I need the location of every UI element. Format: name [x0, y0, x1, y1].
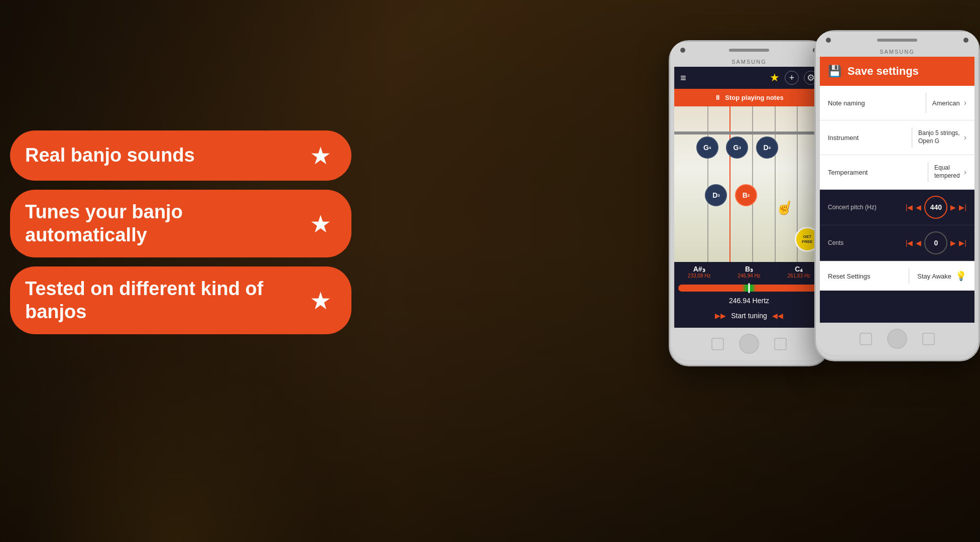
feature-badge-2: Tunes your banjo automatically ★	[10, 190, 351, 257]
freq-item-2: B₃ 246,94 Hz	[738, 265, 761, 279]
cents-forward[interactable]: ▶	[950, 239, 956, 247]
feature-star-2: ★	[310, 210, 331, 238]
meter-needle	[749, 283, 750, 293]
pitch-controls: |◀ ◀ 440 ▶ ▶|	[906, 196, 966, 219]
setting-row-note-naming[interactable]: Note naming American ›	[820, 86, 974, 120]
app1-header: ≡ ★ + ⚙	[674, 67, 824, 89]
phone2-menu-btn[interactable]	[922, 333, 935, 345]
back-btn[interactable]: ◀◀	[772, 312, 783, 320]
hertz-display: 246.94 Hertz	[674, 295, 824, 307]
finger-cursor: ☝	[774, 197, 795, 218]
phone-settings: SAMSUNG 💾 Save settings Note naming Amer…	[814, 30, 980, 361]
tuning-meter	[674, 282, 824, 295]
chevron-3: ›	[964, 168, 966, 177]
phone1-menu-btn[interactable]	[774, 338, 787, 350]
save-icon: 💾	[828, 65, 841, 78]
note-b3-active: B3	[735, 184, 757, 206]
stop-bar[interactable]: ⏸ Stop playing notes	[674, 89, 824, 106]
pitch-skip-forward[interactable]: ▶|	[959, 203, 966, 211]
note-g3: G3	[726, 137, 748, 159]
feature-star-1: ★	[310, 142, 331, 170]
freq-hz-2: 246,94 Hz	[738, 273, 761, 279]
note-d3: D3	[705, 184, 727, 206]
bottom-divider	[909, 268, 909, 284]
phone1-back-btn[interactable]	[711, 338, 724, 350]
phone2-back-btn[interactable]	[860, 333, 872, 345]
freq-note-3: C₄	[788, 265, 811, 273]
cents-controls: |◀ ◀ 0 ▶ ▶|	[906, 231, 966, 254]
note-naming-value: American	[932, 99, 960, 107]
phone1-camera-dot	[680, 48, 685, 53]
phone2-brand: SAMSUNG	[816, 47, 978, 57]
meter-bar	[678, 285, 820, 292]
pause-icon: ⏸	[714, 94, 721, 101]
setting-row-instrument[interactable]: Instrument Banjo 5 strings,Open G ›	[820, 120, 974, 155]
cents-value: 0	[934, 239, 938, 247]
cents-circle: 0	[924, 231, 947, 254]
temperament-value: Equaltempered	[934, 164, 960, 180]
feature-badge-3: Tested on different kind of banjos ★	[10, 266, 351, 334]
freq-bar: A#₃ 233,08 Hz B₃ 246,94 Hz C₄ 261,63 Hz	[674, 262, 824, 282]
phone1-home-btn[interactable]	[739, 334, 759, 354]
cents-skip-forward[interactable]: ▶|	[959, 239, 966, 247]
divider-2	[912, 127, 912, 148]
instrument-value: Banjo 5 strings,Open G	[918, 129, 960, 145]
concert-pitch-label: Concert pitch (Hz)	[828, 204, 906, 211]
chevron-1: ›	[964, 98, 966, 107]
settings-header: 💾 Save settings	[820, 57, 974, 86]
settings-dark: Concert pitch (Hz) |◀ ◀ 440 ▶ ▶| Cents	[820, 190, 974, 261]
note-g4: G4	[696, 137, 718, 159]
get-free-label: GETFREE	[802, 234, 812, 244]
cents-label: Cents	[828, 239, 906, 246]
phone2-home-btn[interactable]	[887, 329, 907, 349]
chevron-2: ›	[964, 133, 966, 142]
start-tuning-bar[interactable]: ▶▶ Start tuning ◀◀	[674, 307, 824, 325]
cents-back[interactable]: ◀	[916, 239, 921, 247]
phone2-camera-dot2	[963, 38, 968, 43]
phone-tuner: SAMSUNG ≡ ★ + ⚙ ⏸ Stop playing notes	[669, 40, 829, 366]
phone1-brand: SAMSUNG	[670, 57, 828, 67]
freq-item-3: C₄ 261,63 Hz	[788, 265, 811, 279]
phone1-speaker	[729, 49, 769, 52]
bulb-icon[interactable]: 💡	[955, 270, 966, 282]
setting-row-temperament[interactable]: Temperament Equaltempered ›	[820, 155, 974, 190]
temperament-label: Temperament	[828, 169, 922, 176]
phone1-screen: ≡ ★ + ⚙ ⏸ Stop playing notes	[674, 67, 824, 328]
instrument-label: Instrument	[828, 134, 906, 142]
settings-body: Note naming American › Instrument Banjo …	[820, 86, 974, 190]
freq-note-1: A#₃	[688, 265, 711, 273]
pitch-skip-back[interactable]: |◀	[906, 203, 913, 211]
add-icon[interactable]: +	[785, 71, 799, 85]
pitch-forward[interactable]: ▶	[950, 203, 956, 211]
setting-row-bottom: Reset Settings Stay Awake 💡	[820, 261, 974, 291]
cents-skip-back[interactable]: |◀	[906, 239, 913, 247]
divider-3	[928, 162, 928, 182]
feature-text-3: Tested on different kind of banjos	[25, 278, 300, 323]
features-list: Real banjo sounds ★ Tunes your banjo aut…	[10, 130, 351, 334]
phone1-top-bar	[670, 42, 828, 57]
stay-awake-label: Stay Awake	[917, 273, 951, 280]
feature-text-1: Real banjo sounds	[25, 144, 300, 167]
feature-badge-1: Real banjo sounds ★	[10, 130, 351, 181]
phone2-screen: 💾 Save settings Note naming American › I…	[820, 57, 974, 323]
divider-1	[926, 93, 926, 113]
menu-icon[interactable]: ≡	[680, 72, 686, 84]
tuner-display: G4 G3 D4 D3 B3	[674, 106, 824, 262]
phone2-camera-dot	[826, 38, 831, 43]
settings-title: Save settings	[847, 65, 919, 78]
pitch-back[interactable]: ◀	[916, 203, 921, 211]
star-icon[interactable]: ★	[770, 71, 780, 84]
fret-area: G4 G3 D4 D3 B3	[674, 106, 824, 262]
stage-elements	[25, 341, 326, 542]
setting-row-cents: Cents |◀ ◀ 0 ▶ ▶|	[820, 225, 974, 261]
phone2-top-bar	[816, 32, 978, 47]
play-btn[interactable]: ▶▶	[715, 312, 726, 320]
note-d4: D4	[756, 137, 778, 159]
pitch-circle-440: 440	[924, 196, 947, 219]
settings-bottom: Reset Settings Stay Awake 💡	[820, 261, 974, 291]
reset-label[interactable]: Reset Settings	[828, 273, 901, 280]
setting-row-concert-pitch: Concert pitch (Hz) |◀ ◀ 440 ▶ ▶|	[820, 190, 974, 225]
phone2-bottom	[816, 323, 978, 355]
pitch-value: 440	[930, 203, 942, 211]
feature-star-3: ★	[310, 287, 331, 315]
